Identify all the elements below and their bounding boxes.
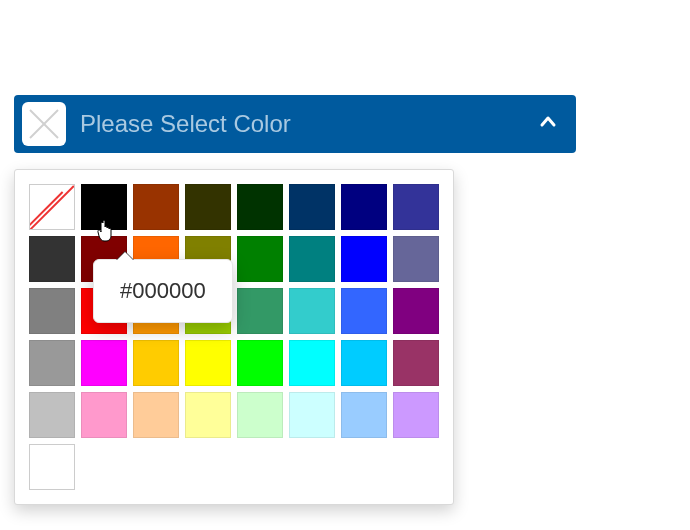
- swatch-993300[interactable]: [133, 184, 179, 230]
- swatch-ff99cc[interactable]: [81, 392, 127, 438]
- selected-color-preview: [22, 102, 66, 146]
- swatch-008080[interactable]: [289, 236, 335, 282]
- swatch-ccffff[interactable]: [289, 392, 335, 438]
- swatch-0000ff[interactable]: [341, 236, 387, 282]
- swatch-993366[interactable]: [393, 340, 439, 386]
- swatch-ffffff[interactable]: [29, 444, 75, 490]
- swatch-3366ff[interactable]: [341, 288, 387, 334]
- swatch-003366[interactable]: [289, 184, 335, 230]
- swatch-800080[interactable]: [393, 288, 439, 334]
- swatch-666699[interactable]: [393, 236, 439, 282]
- swatch-000080[interactable]: [341, 184, 387, 230]
- swatch-ffff99[interactable]: [185, 392, 231, 438]
- color-grid-extra: [29, 444, 439, 490]
- color-tooltip: #000000: [93, 259, 233, 323]
- swatch-339966[interactable]: [237, 288, 283, 334]
- color-dropdown[interactable]: Please Select Color: [14, 95, 576, 153]
- swatch-none[interactable]: [29, 184, 75, 230]
- swatch-33cccc[interactable]: [289, 288, 335, 334]
- swatch-ffcc00[interactable]: [133, 340, 179, 386]
- color-grid: [29, 184, 439, 438]
- swatch-00ff00[interactable]: [237, 340, 283, 386]
- swatch-ffff00[interactable]: [185, 340, 231, 386]
- swatch-008000[interactable]: [237, 236, 283, 282]
- chevron-up-icon: [538, 112, 558, 136]
- swatch-cc99ff[interactable]: [393, 392, 439, 438]
- swatch-c0c0c0[interactable]: [29, 392, 75, 438]
- swatch-003300[interactable]: [237, 184, 283, 230]
- swatch-00ccff[interactable]: [341, 340, 387, 386]
- color-palette-panel: [14, 169, 454, 505]
- swatch-333399[interactable]: [393, 184, 439, 230]
- swatch-ffcc99[interactable]: [133, 392, 179, 438]
- swatch-99ccff[interactable]: [341, 392, 387, 438]
- tooltip-text: #000000: [120, 278, 206, 303]
- swatch-333333[interactable]: [29, 236, 75, 282]
- dropdown-placeholder: Please Select Color: [80, 110, 538, 138]
- swatch-00ffff[interactable]: [289, 340, 335, 386]
- swatch-ccffcc[interactable]: [237, 392, 283, 438]
- swatch-333300[interactable]: [185, 184, 231, 230]
- swatch-000000[interactable]: [81, 184, 127, 230]
- swatch-ff00ff[interactable]: [81, 340, 127, 386]
- swatch-808080[interactable]: [29, 288, 75, 334]
- swatch-999999[interactable]: [29, 340, 75, 386]
